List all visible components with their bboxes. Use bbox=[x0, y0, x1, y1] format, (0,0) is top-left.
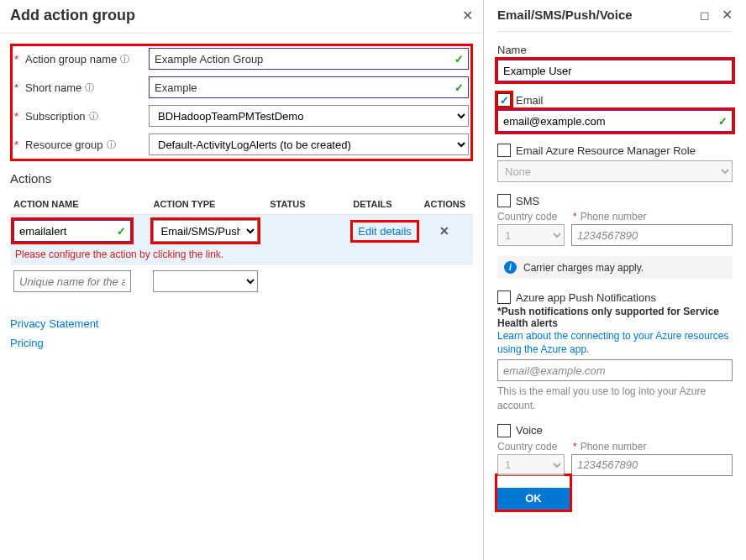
col-details: DETAILS bbox=[353, 199, 419, 209]
arm-role-checkbox[interactable] bbox=[497, 144, 511, 157]
arm-role-select: None bbox=[497, 160, 733, 182]
info-icon[interactable]: ⓘ bbox=[89, 110, 98, 123]
voice-country-code-select: 1 bbox=[497, 454, 565, 476]
sms-country-code-select: 1 bbox=[497, 224, 565, 246]
label-arm-role: Email Azure Resource Manager Role bbox=[516, 144, 696, 157]
voice-checkbox[interactable] bbox=[497, 424, 511, 437]
new-action-type-select[interactable] bbox=[153, 270, 258, 292]
sms-checkbox[interactable] bbox=[497, 194, 511, 207]
highlight-form-group: *Action group name ⓘ ✓ *Short name ⓘ ✓ bbox=[10, 44, 473, 161]
label-name: Name bbox=[497, 44, 733, 56]
voice-phone-input bbox=[571, 454, 733, 476]
col-actions: ACTIONS bbox=[420, 199, 470, 209]
push-email-input bbox=[497, 359, 733, 381]
label-sms: SMS bbox=[516, 195, 539, 207]
push-learn-link[interactable]: Learn about the connecting to your Azure… bbox=[497, 329, 733, 356]
sms-phone-input bbox=[571, 224, 733, 246]
label-email: Email bbox=[516, 94, 544, 107]
short-name-input[interactable] bbox=[149, 76, 469, 98]
action-group-name-input[interactable] bbox=[149, 48, 469, 70]
label-action-group-name: *Action group name ⓘ bbox=[14, 53, 149, 65]
info-icon: i bbox=[504, 261, 517, 274]
new-action-name-input[interactable] bbox=[13, 270, 131, 292]
email-sms-push-voice-panel: Email/SMS/Push/Voice ◻ ✕ Name Email ✓ Em… bbox=[484, 0, 746, 560]
push-note: *Push notifications only supported for S… bbox=[497, 306, 733, 329]
actions-heading: Actions bbox=[10, 171, 473, 186]
resource-group-select[interactable]: Default-ActivityLogAlerts (to be created… bbox=[149, 133, 469, 155]
close-icon[interactable]: ✕ bbox=[462, 8, 473, 24]
actions-table: ACTION NAME ACTION TYPE STATUS DETAILS A… bbox=[10, 194, 473, 297]
col-action-type: ACTION TYPE bbox=[153, 199, 270, 209]
left-panel-header: Add action group ✕ bbox=[0, 0, 483, 34]
form-area: *Action group name ⓘ ✓ *Short name ⓘ ✓ bbox=[0, 34, 483, 307]
close-icon[interactable]: ✕ bbox=[722, 7, 733, 23]
ok-button[interactable]: OK bbox=[497, 488, 570, 510]
remove-action-icon[interactable]: ✕ bbox=[439, 224, 449, 238]
table-row: ✓ Email/SMS/Push/V... Edit details bbox=[10, 215, 473, 247]
edit-details-link[interactable]: Edit details bbox=[358, 225, 412, 238]
action-error-message: Please configure the action by clicking … bbox=[10, 247, 473, 265]
email-checkbox[interactable] bbox=[497, 93, 511, 107]
info-icon[interactable]: ⓘ bbox=[107, 139, 116, 151]
label-voice: Voice bbox=[516, 424, 543, 437]
pricing-link[interactable]: Pricing bbox=[10, 337, 473, 349]
right-panel-title: Email/SMS/Push/Voice bbox=[497, 8, 633, 22]
table-row bbox=[10, 265, 473, 297]
action-name-input[interactable] bbox=[13, 220, 131, 242]
col-status: STATUS bbox=[270, 199, 353, 209]
subscription-select[interactable]: BDHadoopTeamPMTestDemo bbox=[149, 105, 469, 127]
label-country-code: Country code bbox=[497, 211, 565, 222]
label-resource-group: *Resource group ⓘ bbox=[14, 139, 149, 151]
label-short-name: *Short name ⓘ bbox=[14, 81, 149, 94]
info-icon[interactable]: ⓘ bbox=[85, 81, 94, 94]
label-country-code: Country code bbox=[497, 441, 565, 453]
name-input[interactable] bbox=[497, 60, 733, 81]
info-icon[interactable]: ⓘ bbox=[120, 53, 129, 65]
carrier-info-bar: i Carrier charges may apply. bbox=[497, 256, 733, 279]
footer-links: Privacy Statement Pricing bbox=[0, 307, 483, 359]
privacy-link[interactable]: Privacy Statement bbox=[10, 317, 473, 330]
label-phone-number: *Phone number bbox=[573, 211, 733, 222]
action-type-select[interactable]: Email/SMS/Push/V... bbox=[153, 220, 258, 242]
col-action-name: ACTION NAME bbox=[13, 199, 153, 209]
label-push: Azure app Push Notifications bbox=[516, 291, 656, 304]
maximize-icon[interactable]: ◻ bbox=[700, 8, 710, 22]
push-checkbox[interactable] bbox=[497, 290, 511, 304]
label-phone-number: *Phone number bbox=[573, 441, 733, 453]
email-input[interactable] bbox=[497, 110, 733, 132]
page-title: Add action group bbox=[10, 7, 135, 24]
label-subscription: *Subscription ⓘ bbox=[14, 110, 149, 123]
add-action-group-panel: Add action group ✕ *Action group name ⓘ … bbox=[0, 0, 484, 560]
push-hint: This is the email you use to log into yo… bbox=[497, 385, 733, 411]
